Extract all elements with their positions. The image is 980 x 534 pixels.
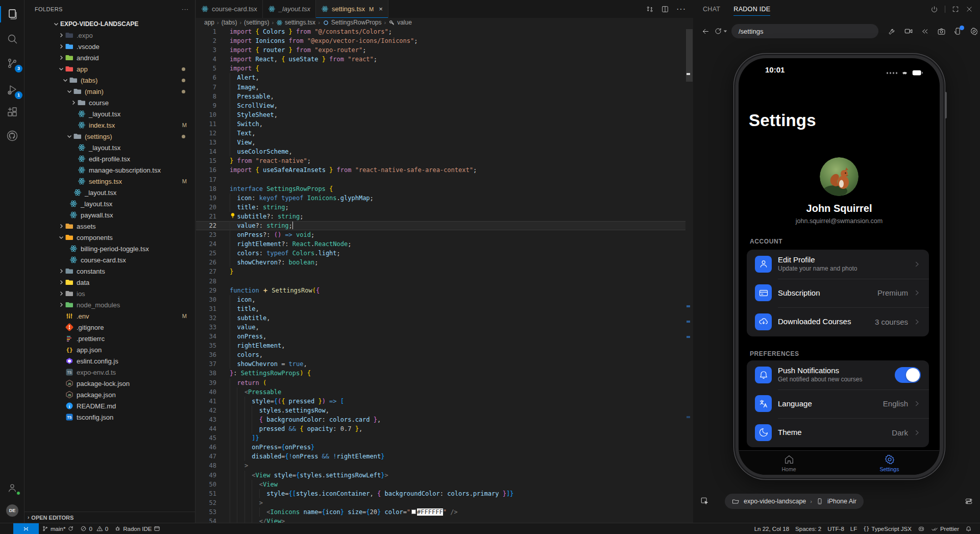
tree-item-.env[interactable]: .envM (24, 310, 195, 322)
code-line-52[interactable]: 52> (196, 498, 685, 507)
screen-record-icon[interactable] (904, 27, 913, 36)
code-line-28[interactable]: 28 (196, 277, 685, 286)
reload-icon[interactable] (714, 27, 727, 35)
tree-item-edit-profile.tsx[interactable]: edit-profile.tsx (24, 153, 195, 164)
tree-item-index.tsx[interactable]: index.tsxM (24, 119, 195, 131)
settings-row-language[interactable]: LanguageEnglish (747, 390, 929, 419)
code-line-34[interactable]: 34onPress, (196, 332, 685, 341)
tree-item-node-modules[interactable]: node_modules (24, 299, 195, 310)
code-line-18[interactable]: 18interface SettingsRowProps { (196, 184, 685, 193)
tree-item-package.json[interactable]: JSpackage.json (24, 389, 195, 400)
code-line-20[interactable]: 20title: string; (196, 203, 685, 212)
tree-item-billing-period-toggle.tsx[interactable]: billing-period-toggle.tsx (24, 243, 195, 254)
open-editors-section[interactable]: › OPEN EDITORS (24, 512, 195, 523)
tree-item-.prettierrc[interactable]: .prettierrc (24, 333, 195, 344)
code-line-46[interactable]: 46onPress={onPress} (196, 443, 685, 452)
git-branch-item[interactable]: main* (39, 523, 77, 534)
activity-source-control-icon[interactable]: 3 (0, 53, 24, 74)
tree-item--layout.tsx[interactable]: _layout.tsx (24, 142, 195, 153)
code-line-26[interactable]: 26showChevron?: boolean; (196, 258, 685, 267)
code-line-15[interactable]: 15} from "react-native"; (196, 156, 685, 165)
tree-item-package-lock.json[interactable]: JSpackage-lock.json (24, 378, 195, 389)
code-line-47[interactable]: 47disabled={!onPress && !rightElement} (196, 452, 685, 461)
project-device-selector[interactable]: expo-video-landscape › iPhone Air (725, 494, 864, 509)
code-line-36[interactable]: 36colors, (196, 350, 685, 359)
code-line-25[interactable]: 25colors: typeof Colors.light; (196, 249, 685, 258)
code-line-50[interactable]: 50<View (196, 480, 685, 489)
code-line-33[interactable]: 33value, (196, 323, 685, 332)
code-line-6[interactable]: 6Alert, (196, 73, 685, 82)
close-panel-icon[interactable] (966, 6, 973, 13)
close-tab-icon[interactable]: × (379, 5, 383, 13)
tree-item-eslint.config.js[interactable]: eslint.config.js (24, 355, 195, 367)
tab-chat[interactable]: CHAT (703, 0, 720, 18)
settings-row-push-notifications[interactable]: Push NotificationsGet notified about new… (747, 360, 929, 390)
tree-item-.expo[interactable]: .expo (24, 30, 195, 41)
logs-icon[interactable] (965, 497, 973, 505)
code-line-16[interactable]: 16import { useSafeAreaInsets } from "rea… (196, 165, 685, 175)
breadcrumb-app[interactable]: app (204, 19, 214, 26)
remote-indicator[interactable] (13, 523, 39, 534)
breadcrumb-settingsrowprops[interactable]: SettingsRowProps (323, 19, 382, 26)
editor-scrollbar[interactable] (685, 27, 693, 523)
code-line-44[interactable]: 44pressed && { opacity: 0.7 }, (196, 424, 685, 433)
code-line-32[interactable]: 32subtitle, (196, 313, 685, 323)
code-line-45[interactable]: 45]} (196, 433, 685, 443)
code-line-2[interactable]: 2import Ionicons from "@expo/vector-icon… (196, 36, 685, 45)
power-icon[interactable] (930, 6, 938, 13)
tab-radon-ide[interactable]: RADON IDE (733, 0, 770, 18)
code-line-38[interactable]: 38}: SettingsRowProps) { (196, 369, 685, 378)
tree-item--layout.tsx[interactable]: _layout.tsx (24, 187, 195, 198)
code-line-43[interactable]: 43{ backgroundColor: colors.card }, (196, 415, 685, 424)
tree-root[interactable]: EXPO-VIDEO-LANDSCAPE (24, 18, 195, 30)
cursor-position[interactable]: Ln 22, Col 18 (751, 526, 792, 532)
tree-item-android[interactable]: android (24, 52, 195, 63)
editor-tab-settings.tsx[interactable]: settings.tsxM× (316, 0, 388, 18)
screenshot-icon[interactable] (937, 27, 946, 36)
code-line-40[interactable]: 40<Pressable (196, 387, 685, 397)
code-line-4[interactable]: 4import React, { useState } from "react"… (196, 55, 685, 64)
breadcrumb-settings.tsx[interactable]: settings.tsx (276, 19, 315, 26)
settings-row-subscription[interactable]: SubscriptionPremium (747, 279, 929, 308)
code-line-51[interactable]: 51style={[styles.iconContainer, { backgr… (196, 489, 685, 498)
tree-item-.gitignore[interactable]: .gitignore (24, 322, 195, 333)
code-line-27[interactable]: 27} (196, 267, 685, 276)
profile-avatar[interactable]: DE (0, 500, 24, 521)
code-line-7[interactable]: 7Image, (196, 83, 685, 92)
tree-item-app[interactable]: app (24, 63, 195, 75)
device-rotate-icon[interactable] (953, 27, 962, 36)
activity-explorer-icon[interactable] (0, 4, 24, 25)
code-line-21[interactable]: 21subtitle?: string; (196, 212, 685, 221)
code-line-23[interactable]: 23onPress?: () => void; (196, 230, 685, 239)
code-line-31[interactable]: 31title, (196, 304, 685, 313)
copilot-item[interactable] (915, 525, 928, 532)
profile-photo[interactable] (820, 157, 859, 196)
radon-ide-item[interactable]: Radon IDE (111, 523, 163, 534)
activity-extensions-icon[interactable] (0, 102, 24, 123)
activity-run-debug-icon[interactable]: 1 (0, 80, 24, 100)
notifications-item[interactable] (962, 525, 975, 532)
code-line-24[interactable]: 24rightElement?: React.ReactNode; (196, 239, 685, 249)
code-line-30[interactable]: 30icon, (196, 295, 685, 304)
tree-item-manage-subscription.tsx[interactable]: manage-subscription.tsx (24, 164, 195, 176)
back-icon[interactable] (701, 27, 710, 36)
indentation[interactable]: Spaces: 2 (792, 526, 824, 532)
code-line-53[interactable]: 53<Ionicons name={icon} size={20} color=… (196, 507, 685, 517)
inspect-icon[interactable] (700, 497, 709, 506)
color-swatch[interactable] (411, 509, 416, 514)
tree-item-components[interactable]: components (24, 232, 195, 243)
formatter-item[interactable]: Prettier (928, 525, 962, 532)
breadcrumb-value[interactable]: value (388, 19, 412, 26)
dev-tools-icon[interactable] (888, 27, 896, 36)
tree-item-data[interactable]: data (24, 277, 195, 288)
more-actions-icon[interactable]: ··· (676, 5, 686, 14)
tree-item-ios[interactable]: ios (24, 288, 195, 299)
breadcrumb--settings-[interactable]: (settings) (244, 19, 269, 26)
encoding[interactable]: UTF-8 (824, 526, 847, 532)
code-line-9[interactable]: 9ScrollView, (196, 101, 685, 110)
phone-tab-settings[interactable]: Settings (839, 451, 940, 475)
editor-tab--layout.tsx[interactable]: _layout.tsx (263, 0, 316, 18)
settings-gear-icon[interactable] (970, 27, 978, 36)
code-line-41[interactable]: 41style={({ pressed }) => [ (196, 397, 685, 406)
tree-item-tsconfig.json[interactable]: TStsconfig.json (24, 411, 195, 423)
